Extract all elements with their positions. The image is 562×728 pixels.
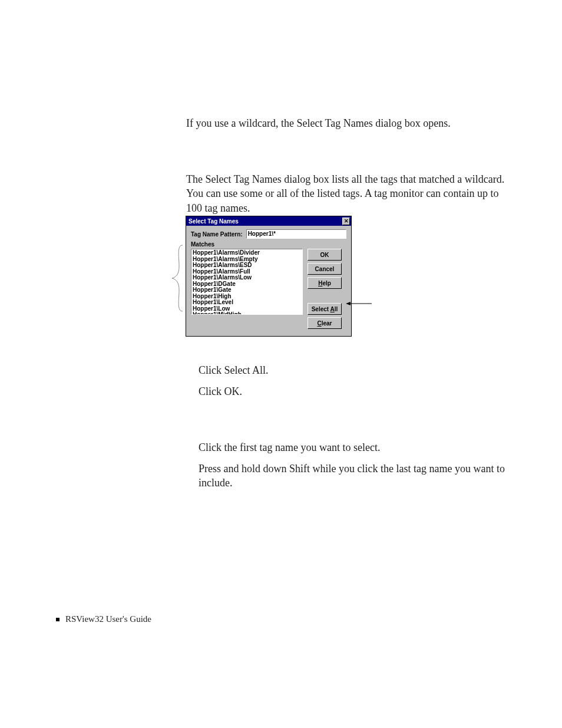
list-item[interactable]: Hopper1\Alarms\Divider bbox=[193, 250, 301, 256]
dialog-titlebar: Select Tag Names ✕ bbox=[186, 216, 351, 226]
list-item[interactable]: Hopper1\Alarms\Low bbox=[193, 275, 301, 281]
svg-marker-1 bbox=[346, 302, 351, 305]
matches-listbox[interactable]: Hopper1\Alarms\Divider Hopper1\Alarms\Em… bbox=[191, 249, 303, 315]
step-click-first-tag: Click the first tag name you want to sel… bbox=[199, 440, 493, 454]
help-button[interactable]: Help bbox=[308, 277, 342, 289]
pattern-label: Tag Name Pattern: bbox=[191, 231, 243, 238]
footer-text: RSView32 User's Guide bbox=[65, 614, 151, 624]
list-item[interactable]: Hopper1\Alarms\ESD bbox=[193, 262, 301, 269]
arrow-annotation-icon bbox=[346, 298, 372, 302]
list-item[interactable]: Hopper1\Gate bbox=[193, 287, 301, 294]
dialog-title: Select Tag Names bbox=[189, 218, 239, 225]
select-all-button[interactable]: Select All bbox=[308, 303, 342, 315]
cancel-button[interactable]: Cancel bbox=[308, 263, 342, 275]
intro-paragraph-2: The Select Tag Names dialog box lists al… bbox=[186, 172, 513, 215]
ok-button[interactable]: OK bbox=[308, 249, 342, 261]
list-item[interactable]: Hopper1\Level bbox=[193, 299, 301, 306]
brace-annotation-icon bbox=[168, 244, 184, 312]
close-icon[interactable]: ✕ bbox=[342, 218, 350, 225]
select-tag-names-dialog: Select Tag Names ✕ Tag Name Pattern: Hop… bbox=[186, 216, 352, 337]
tag-name-pattern-input[interactable]: Hopper1\* bbox=[246, 229, 346, 239]
step-click-ok: Click OK. bbox=[199, 384, 493, 398]
step-shift-click: Press and hold down Shift while you clic… bbox=[199, 462, 511, 490]
bullet-icon bbox=[56, 618, 59, 621]
intro-paragraph-1: If you use a wildcard, the Select Tag Na… bbox=[186, 116, 498, 130]
list-item[interactable]: Hopper1\MidHigh bbox=[193, 312, 301, 315]
clear-button[interactable]: Clear bbox=[308, 317, 342, 329]
step-select-all: Click Select All. bbox=[199, 363, 493, 377]
page-footer: RSView32 User's Guide bbox=[56, 614, 151, 624]
matches-label: Matches bbox=[191, 241, 346, 248]
